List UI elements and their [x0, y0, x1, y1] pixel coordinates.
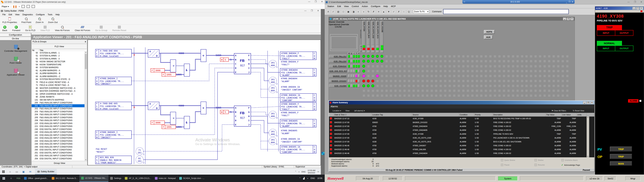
- fld-row-90[interactable]: 90ZONE INHIBITS: [32, 96, 85, 98]
- menu-station[interactable]: Station: [326, 5, 336, 8]
- rdp-pin-icon[interactable]: ⊢: [464, 1, 466, 3]
- location-filter[interactable]: Location ▾: [332, 110, 341, 112]
- vm-desktop-icon[interactable]: [322, 152, 324, 155]
- vm-taskbar-safety-builder[interactable]: Safety Builder: [35, 169, 57, 174]
- sheet-reference[interactable]: [269, 111, 277, 119]
- station-toolbar-icon-7[interactable]: ◑: [361, 10, 366, 14]
- fld-row-243[interactable]: 243ESD ANALOG INPUT CONDITIONS: [32, 140, 85, 142]
- player-menu[interactable]: Player ▾: [2, 5, 9, 8]
- pinned-fgs[interactable]: FGS: [15, 174, 22, 182]
- taskbar-app-6[interactable]: SCADA_Script.clsm - ...: [178, 174, 206, 182]
- vm-start-button[interactable]: [0, 168, 7, 175]
- toolbar-button-back[interactable]: ◄Back: [2, 26, 7, 32]
- sheet-reference[interactable]: [269, 85, 277, 93]
- op-value[interactable]: TRIP: [610, 154, 632, 159]
- fld-row-251[interactable]: 251ESD DIGITAL INPUT CONDITIONS: [32, 151, 85, 154]
- menu-action[interactable]: Action: [360, 5, 369, 8]
- host-search-icon[interactable]: ○: [8, 174, 15, 182]
- toolbar-button-forward[interactable]: ►Forward: [12, 26, 20, 32]
- alarm-column-2[interactable]: Location Tag: [372, 113, 412, 116]
- io-block[interactable]: COM4700D_DHE604_IAPIG LAUNCHING TR..."CO…: [280, 94, 316, 102]
- alarm-column-1[interactable]: Date & Time ▽: [334, 113, 372, 116]
- aux-button[interactable]: AUX: [484, 36, 493, 39]
- menu-configure[interactable]: Configure: [34, 13, 46, 16]
- vm-search-icon[interactable]: ○: [7, 168, 14, 175]
- toolbar-button-go-to-fld[interactable]: Go to FLD: [25, 26, 36, 32]
- zoom-select[interactable]: Zoom To Fit▾: [413, 10, 429, 14]
- fld-row-230[interactable]: 230ESD DIGITAL INPUT CONDITIONS: [32, 128, 85, 131]
- effect-column-4190_XS_KOTS_ESD[interactable]: 4190_XS_KOTS_ESD: [372, 21, 374, 45]
- fld-row-204[interactable]: 204F&G ANALOG INPUT CONDITIONS: [32, 113, 85, 116]
- io-block[interactable]: FSCN33_MOS_N36ENABLE MOS NODE36"FROM NOD…: [96, 156, 132, 164]
- fld-row-80[interactable]: 80MASTER OVERRIDE SWITCH ESD - A: [32, 87, 85, 90]
- fld-row-245[interactable]: 245ESD ANALOG INPUT CONDITIONS: [32, 146, 85, 148]
- alarm-column-6[interactable]: Description: [493, 113, 546, 116]
- vm-volume-icon[interactable]: ◖: [298, 171, 300, 173]
- io-block[interactable]: FLD4-700D-DHE-605PIG LAUNCHING TR...0-20…: [96, 102, 132, 110]
- rdp-minimize-button[interactable]: _: [566, 1, 567, 3]
- alarm-row-2[interactable]: 8/4/2020 12:47:0947004700D_DHEA604ALARMU…: [329, 124, 594, 128]
- cause-row-4190_XHS_BVS_KOT[interactable]: 4190_XHS_BVS_KOT: [329, 70, 347, 72]
- taskbar-app-4[interactable]: AP_D_18_1299-C0121...: [123, 174, 153, 182]
- faceplate-minimize-button[interactable]: ▁: [632, 7, 636, 10]
- vm-clock[interactable]: 12:55 AM 8/4/2020: [308, 170, 315, 174]
- menu-diagnostics[interactable]: Diagnostics: [21, 13, 34, 16]
- alarm-ack-box[interactable]: [640, 100, 641, 102]
- alarm-row-1[interactable]: 8/4/2020 12:47:098360D8A360D_DXS333ALARM…: [329, 120, 594, 124]
- fld-row-220[interactable]: 220ESD ANALOG INPUT CONDITIONS: [32, 122, 85, 125]
- faceplate-restore-button[interactable]: ❐: [636, 7, 640, 10]
- matrix-close-button[interactable]: ✕: [570, 18, 574, 20]
- taskbar-app-0[interactable]: Office - pavel.granch...: [22, 174, 50, 182]
- pause-dropdown[interactable]: ▾: [19, 5, 20, 8]
- alarm-row-9[interactable]: 8/4/2020 12:46:4647004700D_DHEA604ALARMU…: [329, 151, 594, 155]
- vm-notifications-icon[interactable]: ▭: [318, 170, 319, 173]
- fld-row-53[interactable]: 53KIOSK SMOKE DETECTOR: [32, 60, 85, 63]
- vmware-close-button[interactable]: ✕: [320, 0, 324, 3]
- rdp-close-button[interactable]: ✕: [572, 1, 573, 3]
- io-block[interactable]: COM4700D_DHEA605PIG LAUNCHING TR..."ALAR…: [280, 119, 316, 127]
- fld-row-250[interactable]: 250ESD DIGITAL INPUT CONDITIONS: [32, 148, 85, 152]
- effect-column-4190_XY308[interactable]: 4190_XY308: [362, 21, 365, 45]
- host-network-icon[interactable]: ▟: [303, 177, 304, 180]
- fld-panel-close-button[interactable]: x: [85, 40, 86, 43]
- fld-row-63[interactable]: 63ALARM MARKERS - C: [32, 75, 85, 78]
- view-filter[interactable]: (all alarms) ▾: [354, 110, 365, 112]
- toolbar-button-view-all-forces[interactable]: View All Forces: [55, 26, 70, 32]
- station-toolbar-icon-15[interactable]: ○: [402, 10, 406, 14]
- operational-override-label[interactable]: Operational Override: [329, 23, 575, 26]
- alarm-column-7[interactable]: Trip Value: [546, 113, 562, 116]
- clear-all-filters-button[interactable]: ⚑ Clear All Filters: [552, 110, 566, 112]
- alarm-close-button[interactable]: ✕: [590, 101, 594, 104]
- fullscreen-icon[interactable]: [26, 5, 30, 8]
- pv-value[interactable]: TRIP: [610, 146, 632, 152]
- fld-row-206[interactable]: 206F&G ANALOG INPUT CONDITIONS: [32, 119, 85, 122]
- menu-control[interactable]: Control: [350, 5, 360, 8]
- fld-row-50[interactable]: 50SYSTEM ALARMS - 1: [32, 52, 85, 54]
- station-toolbar-icon-12[interactable]: ▼: [386, 10, 391, 14]
- fld-row-203[interactable]: 203F&G ANALOG INPUT CONDITIONS: [32, 110, 85, 113]
- vm-tray-chevron[interactable]: ⌃: [295, 170, 296, 173]
- footer-button-acknowledge-page[interactable]: ✓Acknowledge Page: [561, 164, 580, 166]
- cause-row-4190_XS108A[interactable]: 4190_XS108A: [329, 84, 347, 87]
- alarm-minimize-button[interactable]: ▁: [583, 101, 586, 104]
- sheet-reference[interactable]: [269, 60, 277, 68]
- fld-row-201[interactable]: 201F&G ANALOG INPUT CONDITIONS: [32, 104, 85, 107]
- cause-row-8A360D_XS028[interactable]: 8A360D_XS028: [329, 74, 347, 78]
- fld-diagram-canvas[interactable]: ADAD++≥≥&&ABCDEFGHIJFB917ABCDEFGHIJFB917…: [88, 40, 321, 166]
- menu-view[interactable]: View: [343, 5, 350, 8]
- station-toolbar-icon-1[interactable]: ✓: [331, 10, 336, 14]
- station-toolbar-icon-4[interactable]: ▣: [346, 10, 350, 14]
- alarm-column-9[interactable]: Units: [577, 113, 586, 116]
- tab-configuration[interactable]: Configuration: [0, 33, 31, 36]
- status-system[interactable]: System: [498, 176, 518, 181]
- matrix-restore-button[interactable]: ❐: [566, 18, 570, 20]
- station-toolbar-icon-9[interactable]: ✗: [372, 10, 376, 14]
- station-toolbar-icon-5[interactable]: ◨: [351, 10, 356, 14]
- vm-store-icon[interactable]: ▣: [20, 168, 27, 175]
- host-clock[interactable]: 10:55: [317, 177, 322, 180]
- fld-row-221[interactable]: 221ESD ANALOG INPUT CONDITIONS: [32, 125, 85, 128]
- sb-minimize-button[interactable]: —: [303, 10, 308, 12]
- sidebar-item-application-viewer[interactable]: Application Viewer: [0, 68, 32, 76]
- fld-row-200[interactable]: 200F&G ANALOG INPUT CONDITIONS: [32, 102, 85, 104]
- taskbar-app-3[interactable]: Settings: [108, 174, 123, 182]
